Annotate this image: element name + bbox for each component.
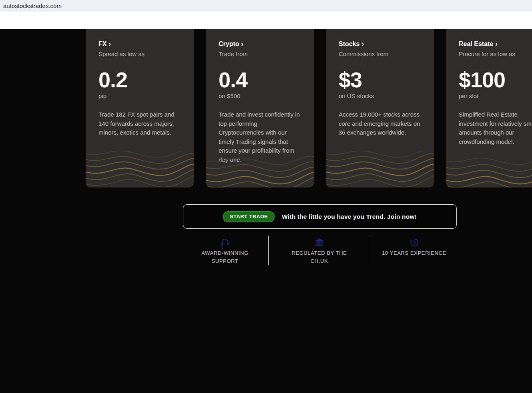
card-title-text: Real Estate [459, 40, 493, 48]
card-unit: on US stocks [339, 93, 421, 100]
card-title-text: FX [98, 40, 106, 48]
cta-banner: START TRADE With the little you have you… [183, 204, 457, 229]
card-title[interactable]: Crypto › [219, 40, 301, 48]
card-unit: on $500 [219, 93, 301, 100]
card-title-text: Stocks [339, 40, 359, 48]
cta-message: With the little you have you Trend. Join… [282, 213, 417, 220]
card-value: $3 [339, 69, 421, 91]
chevron-right-icon: › [495, 40, 498, 48]
browser-url-bar[interactable]: autostockstrades.com [0, 0, 532, 12]
card-value: 0.2 [98, 69, 181, 91]
card-real-estate[interactable]: Real Estate › Procure for as low as $100… [446, 29, 532, 187]
card-unit: pip [98, 93, 181, 100]
trust-badges-row: AWARD-WINNING SUPPORT REGULATED BY THE C… [182, 236, 458, 265]
headset-icon [220, 238, 230, 247]
badge-award-winning-support: AWARD-WINNING SUPPORT [182, 236, 268, 265]
card-stocks[interactable]: Stocks › Commissions from $3 on US stock… [326, 29, 434, 187]
card-title[interactable]: Real Estate › [459, 40, 532, 48]
badge-label: AWARD-WINNING SUPPORT [193, 249, 257, 265]
chevron-right-icon: › [361, 40, 364, 48]
card-subtitle: Spread as low as [98, 50, 181, 58]
card-title[interactable]: FX › [98, 40, 181, 48]
wave-pattern-decoration [446, 151, 532, 187]
page-top-spacer [0, 12, 532, 29]
card-fx[interactable]: FX › Spread as low as 0.2 pip Trade 182 … [86, 29, 194, 187]
card-title-text: Crypto [219, 40, 239, 48]
card-subtitle: Commissions from [339, 50, 421, 58]
card-title[interactable]: Stocks › [339, 40, 421, 48]
markets-section: FX › Spread as low as 0.2 pip Trade 182 … [0, 29, 532, 393]
wave-pattern-decoration [326, 151, 434, 187]
content-column: FX › Spread as low as 0.2 pip Trade 182 … [86, 29, 532, 265]
card-subtitle: Procure for as low as [459, 50, 532, 58]
url-text: autostockstrades.com [3, 2, 62, 9]
wave-pattern-decoration [86, 151, 194, 187]
history-icon [410, 238, 419, 247]
card-value: 0.4 [219, 69, 301, 91]
market-cards-row: FX › Spread as low as 0.2 pip Trade 182 … [86, 29, 532, 187]
chevron-right-icon: › [241, 40, 244, 48]
badge-label: REGULATED BY THE CH,UK [284, 249, 354, 265]
badge-regulated: REGULATED BY THE CH,UK [268, 236, 370, 265]
start-trade-button[interactable]: START TRADE [223, 211, 275, 222]
card-unit: per slot [459, 93, 532, 100]
card-description: Simplified Real Estate investment for re… [459, 110, 532, 146]
chevron-right-icon: › [108, 40, 111, 48]
card-value: $100 [459, 69, 532, 91]
card-crypto[interactable]: Crypto › Trade from 0.4 on $500 Trade an… [206, 29, 314, 187]
card-description: Trade 182 FX spot pairs and 140 forwards… [98, 110, 181, 137]
card-description: Access 19,000+ stocks across core and em… [339, 110, 421, 137]
card-subtitle: Trade from [219, 50, 301, 58]
bank-icon [315, 238, 324, 247]
wave-pattern-decoration [206, 151, 314, 187]
badge-experience: 10 YEARS EXPERIENCE [370, 236, 458, 265]
badge-label: 10 YEARS EXPERIENCE [382, 249, 446, 257]
